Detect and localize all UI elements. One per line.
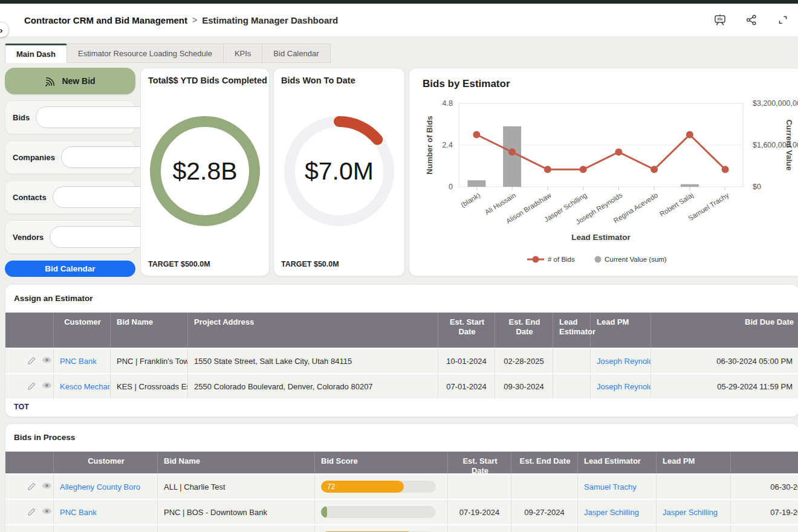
breadcrumb-app-title[interactable]: Contractor CRM and Bid Management [24, 15, 187, 25]
lead_pm-link[interactable]: Jasper Schilling [663, 508, 718, 517]
quick-actions-sidebar: New Bid BidsCompaniesContactsVendors Bid… [5, 68, 135, 277]
column-header-bid_name[interactable]: Bid Name [111, 313, 188, 348]
view-eye-icon[interactable] [42, 356, 52, 366]
column-header-blank[interactable] [5, 313, 54, 348]
bids-search-input[interactable] [45, 112, 154, 123]
svg-text:$0: $0 [753, 183, 761, 191]
cell-bid_name: ALL | Queen Jane Apartments [158, 525, 315, 532]
cell-due: 05-29-2024 11:59 PM [651, 374, 798, 398]
column-header-blank[interactable] [5, 452, 54, 473]
lead_estimator-link[interactable]: Samuel Trachy [584, 482, 637, 491]
customer-link[interactable]: PNC Bank [60, 357, 97, 366]
assign-estimator-table: CustomerBid NameProject AddressEst. Star… [5, 313, 798, 398]
cell-due: 06-30-2024 11:59 PM [731, 475, 798, 499]
presentation-icon[interactable] [713, 13, 727, 27]
view-eye-icon[interactable] [42, 507, 52, 517]
bids-label: Bids [13, 113, 30, 122]
column-header-lead_estimator[interactable]: Lead Estimator [553, 313, 591, 348]
lead_estimator-link[interactable]: Jasper Schilling [584, 508, 639, 517]
cell-score: 72 [315, 475, 448, 499]
column-header-due[interactable]: Bid Due Date [651, 313, 798, 348]
tab-kpis[interactable]: KPIs [224, 44, 262, 63]
svg-text:(blank): (blank) [459, 191, 481, 209]
tab-main-dash[interactable]: Main Dash [5, 44, 67, 63]
kpi-title: Bids Won To Date [274, 68, 404, 85]
kpi-card-ytd-bids-completed: Total$$ YTD Bids Completed$2.8BTARGET $5… [140, 68, 270, 276]
svg-text:Lead Estimator: Lead Estimator [571, 233, 631, 242]
cell-lead_pm [657, 475, 731, 499]
search-card-bids: Bids [5, 100, 135, 134]
cell-bid_name: ALL | Charlie Test [158, 475, 315, 499]
customer-link[interactable]: PNC Bank [60, 508, 97, 517]
gauge-ring: $7.0M [281, 113, 397, 229]
column-header-bid_name[interactable]: Bid Name [158, 452, 315, 473]
bid-score-bar [321, 506, 436, 518]
view-eye-icon[interactable] [42, 482, 52, 492]
customer-link[interactable]: Kesco Mechanical [60, 382, 111, 391]
assign-estimator-section: Assign an Estimator CustomerBid NameProj… [5, 284, 798, 417]
cell-start: 10-01-2024 [438, 349, 495, 373]
tab-estimator-resource-loading-schedule[interactable]: Estimator Resource Loading Schedule [67, 44, 224, 63]
column-header-customer[interactable]: Customer [54, 452, 158, 473]
table-footer-tot: TOT [5, 398, 798, 413]
edit-pencil-icon[interactable] [27, 482, 36, 492]
table-row: Allegheny County BoroALL | Charlie Test7… [5, 475, 798, 499]
cell-end: 03-31-2025 [511, 525, 578, 532]
column-header-start[interactable]: Est. Start Date [448, 452, 511, 473]
column-header-end[interactable]: Est. End Date [511, 452, 578, 473]
column-header-score[interactable]: Bid Score [315, 452, 448, 473]
cell-score [315, 500, 448, 524]
chart-title: Bids by Estimator [409, 68, 798, 90]
bids-by-estimator-chart-card: Bids by Estimator (blank)Ali HussainAlis… [409, 68, 798, 276]
column-header-lead_pm[interactable]: Lead PM [657, 452, 731, 473]
view-eye-icon[interactable] [42, 381, 52, 392]
cell-due: 06-30-2024 05:00 PM [651, 349, 798, 373]
customer-link[interactable]: Allegheny County Boro [60, 482, 140, 491]
gauge-ring: $2.8B [147, 113, 263, 229]
cell-lead_pm: Robert Salaj [657, 525, 731, 532]
cell-icons [5, 374, 54, 398]
cell-lead_estimator: Robert Salaj [578, 525, 657, 532]
cell-start: 07-01-2024 [438, 374, 495, 398]
cell-customer: Kesco Mechanical [54, 374, 111, 398]
cell-address: 1550 State Street, Salt Lake City, Utah … [188, 349, 438, 373]
expand-icon[interactable] [776, 13, 790, 27]
companies-label: Companies [13, 153, 55, 162]
table-footer-avg: AVG [5, 413, 798, 418]
assign-section-title: Assign an Estimator [5, 285, 798, 303]
cell-lead_pm: Jasper Schilling [657, 500, 731, 524]
tab-bid-calendar[interactable]: Bid Calendar [262, 44, 330, 63]
cell-due: 05-31-2024 11:59 PM [731, 525, 798, 532]
bids-by-estimator-chart: (blank)Ali HussainAlison BradshawJasper … [409, 90, 798, 271]
edit-pencil-icon[interactable] [27, 356, 36, 366]
bid-score-bar: 72 [321, 481, 436, 493]
column-header-address[interactable]: Project Address [188, 313, 438, 348]
lead_pm-link[interactable]: Joseph Reynolds [597, 382, 651, 391]
cell-customer: PNC Bank [54, 349, 111, 373]
bid-calendar-button[interactable]: Bid Calendar [5, 261, 135, 277]
column-header-end[interactable]: Est. End Date [495, 313, 553, 348]
table-header-row: CustomerBid NameBid ScoreEst. Start Date… [5, 452, 798, 473]
bids-in-process-table: CustomerBid NameBid ScoreEst. Start Date… [5, 452, 798, 532]
new-bid-button[interactable]: New Bid [5, 68, 135, 94]
cell-lead_estimator: Samuel Trachy [578, 475, 657, 499]
app-header: Contractor CRM and Bid Management > Esti… [0, 4, 798, 36]
cell-bid_name: KES | Crossroads Estate [111, 374, 188, 398]
lead_pm-link[interactable]: Joseph Reynolds [597, 357, 651, 366]
column-header-lead_pm[interactable]: Lead PM [591, 313, 651, 348]
column-header-lead_estimator[interactable]: Lead Estimator [578, 452, 657, 473]
cell-icons [5, 500, 54, 524]
cell-lead_estimator [553, 374, 591, 398]
vendors-label: Vendors [13, 233, 44, 242]
column-header-start[interactable]: Est. Start Date [438, 313, 495, 348]
cell-bid_name: PNC | Franklin's Tower [111, 349, 188, 373]
column-header-customer[interactable]: Customer [54, 313, 111, 348]
edit-pencil-icon[interactable] [27, 381, 36, 392]
share-icon[interactable] [745, 13, 758, 27]
column-header-due[interactable]: Bid Due Date [731, 452, 798, 473]
cell-lead_estimator [553, 349, 591, 373]
table-row: PNC BankPNC | Franklin's Tower1550 State… [5, 349, 798, 373]
kpi-title: Total$$ YTD Bids Completed [141, 68, 269, 85]
edit-pencil-icon[interactable] [27, 507, 36, 517]
svg-text:Current Value: Current Value [785, 120, 794, 171]
